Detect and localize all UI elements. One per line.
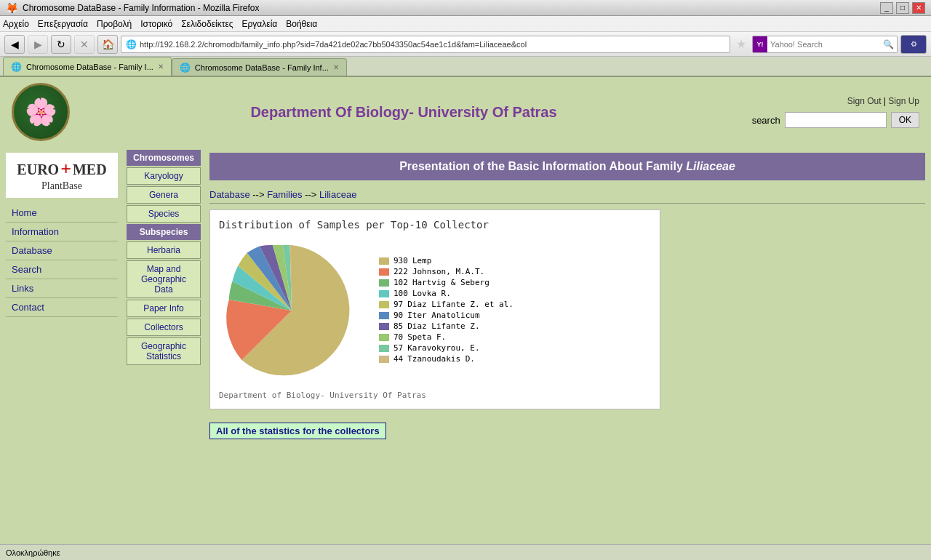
home-button[interactable]: 🏠	[97, 35, 118, 54]
menu-tools[interactable]: Εργαλεία	[242, 19, 278, 29]
search-input[interactable]	[785, 112, 887, 128]
sub-nav-geo-stats[interactable]: Geographic Statistics	[127, 337, 201, 365]
pie-chart	[219, 238, 364, 383]
legend-name-9: Tzanoudakis D.	[407, 354, 475, 364]
legend-item-1: 222 Johnson, M.A.T.	[379, 267, 514, 276]
nav-database[interactable]: Database	[6, 241, 118, 260]
main-nav: Home Information Database Search Links C…	[6, 204, 118, 317]
legend-color-2	[379, 279, 389, 287]
breadcrumb-database[interactable]: Database	[209, 189, 250, 200]
sub-nav-karyology[interactable]: Karyology	[127, 167, 201, 185]
breadcrumb: Database --> Families --> Liliaceae	[209, 186, 925, 204]
sub-nav-collectors[interactable]: Collectors	[127, 319, 201, 336]
euromed-med-text: MED	[73, 161, 107, 178]
address-bar[interactable]: 🌐 http://192.168.2.2/chromodb/family_inf…	[121, 36, 730, 53]
sub-nav-map[interactable]: Map and Geographic Data	[127, 260, 201, 298]
sub-sidebar: Chromosomes Karyology Genera Species Sub…	[124, 147, 204, 445]
page-wrapper: 🌸 Department Of Biology- University Of P…	[0, 77, 931, 513]
legend-item-4: 97 Diaz Lifante Z. et al.	[379, 300, 514, 309]
sign-up-link[interactable]: Sign Up	[888, 96, 919, 106]
breadcrumb-liliaceae[interactable]: Liliaceae	[319, 189, 356, 200]
minimize-button[interactable]: _	[880, 2, 893, 14]
tab-2-close[interactable]: ✕	[333, 63, 339, 71]
left-sidebar: EURO + MED PlantBase Home Information Da…	[0, 147, 124, 445]
tab-1-close[interactable]: ✕	[158, 63, 164, 71]
tab-1-icon: 🌐	[11, 62, 22, 72]
legend-color-4	[379, 301, 389, 308]
euromed-logo: EURO + MED PlantBase	[6, 153, 118, 198]
content-area: Presentation of the Basic Information Ab…	[204, 147, 931, 445]
bookmark-star[interactable]: ★	[736, 37, 746, 51]
sub-nav-herbaria[interactable]: Herbaria	[127, 241, 201, 259]
menu-bookmarks[interactable]: Σελιδοδείκτες	[181, 19, 233, 29]
nav-home[interactable]: Home	[6, 204, 118, 223]
header-area: 🌸 Department Of Biology- University Of P…	[0, 77, 931, 147]
nav-information[interactable]: Information	[6, 223, 118, 241]
main-layout: EURO + MED PlantBase Home Information Da…	[0, 147, 931, 445]
euromed-plus-text: +	[60, 159, 71, 180]
browser-toolbar: ◀ ▶ ↻ ✕ 🏠 🌐 http://192.168.2.2/chromodb/…	[0, 32, 931, 57]
forward-button[interactable]: ▶	[28, 35, 48, 54]
firefox-icon: 🦊	[6, 2, 18, 14]
legend-count-0: 930	[393, 256, 408, 265]
sub-nav-genera[interactable]: Genera	[127, 186, 201, 204]
yahoo-icon: Y!	[753, 36, 767, 52]
search-toolbar[interactable]: Y! 🔍	[752, 36, 898, 53]
legend-item-5: 90 Iter Anatolicum	[379, 311, 514, 320]
legend-count-9: 44	[393, 354, 403, 364]
legend-item-9: 44 Tzanoudakis D.	[379, 354, 514, 364]
tab-2-label: Chromosome DataBase - Family Inf...	[195, 63, 329, 72]
legend-name-3: Lovka R.	[412, 289, 451, 298]
legend-item-8: 57 Karavokyrou, E.	[379, 343, 514, 353]
browser-tabs: 🌐 Chromosome DataBase - Family I... ✕ 🌐 …	[0, 57, 931, 77]
tab-1-label: Chromosome DataBase - Family I...	[26, 63, 153, 71]
sub-nav-species[interactable]: Species	[127, 205, 201, 223]
flower-icon: 🌸	[25, 97, 57, 127]
nav-contact[interactable]: Contact	[6, 298, 118, 317]
menu-edit[interactable]: Επεξεργασία	[38, 19, 88, 29]
legend-name-2: Hartvig & Seberg	[412, 278, 490, 287]
tab-2[interactable]: 🌐 Chromosome DataBase - Family Inf... ✕	[172, 58, 347, 76]
menu-help[interactable]: Βοήθεια	[286, 19, 317, 29]
sub-nav-subspecies-header: Subspecies	[127, 224, 201, 240]
chart-container: Distribution of Samples per Top-10 Colle…	[209, 209, 660, 409]
legend-color-3	[379, 290, 389, 297]
chart-body: 930 Lemp 222 Johnson, M.A.T. 102 Hartvig…	[219, 238, 651, 383]
page-icon: 🌐	[126, 39, 137, 49]
nav-links[interactable]: Links	[6, 279, 118, 298]
legend-name-1: Johnson, M.A.T.	[412, 267, 484, 276]
stop-button[interactable]: ✕	[74, 35, 95, 54]
menu-view[interactable]: Προβολή	[97, 19, 132, 29]
sub-nav-paper-info[interactable]: Paper Info	[127, 300, 201, 317]
page-title-prefix: Presentation of the Basic Information Ab…	[399, 160, 686, 172]
legend-count-6: 85	[393, 321, 403, 331]
legend-count-8: 57	[393, 343, 403, 353]
all-stats-link[interactable]: All of the statistics for the collectors	[209, 423, 386, 439]
header-search: search OK	[738, 112, 919, 128]
legend-count-4: 97	[393, 300, 403, 309]
maximize-button[interactable]: □	[896, 2, 909, 14]
browser-search-icon[interactable]: 🔍	[880, 39, 897, 49]
legend-name-8: Karavokyrou, E.	[407, 343, 479, 353]
menu-history[interactable]: Ιστορικό	[140, 19, 172, 29]
legend-name-4: Diaz Lifante Z. et al.	[407, 300, 514, 309]
pie-chart-svg	[219, 238, 364, 383]
window-controls: _ □ ✕	[880, 2, 925, 14]
browser-search-input[interactable]	[767, 40, 880, 49]
back-button[interactable]: ◀	[4, 35, 25, 54]
reload-button[interactable]: ↻	[51, 35, 71, 54]
family-name: Liliaceae	[686, 160, 735, 172]
legend-count-3: 100	[393, 289, 408, 298]
sign-out-link[interactable]: Sign Out	[847, 96, 882, 106]
nav-search[interactable]: Search	[6, 260, 118, 279]
menu-file[interactable]: Αρχείο	[3, 19, 29, 29]
chart-footer: Department of Biology- University Of Pat…	[219, 391, 651, 400]
legend-name-5: Iter Anatolicum	[407, 311, 479, 320]
close-button[interactable]: ✕	[912, 2, 925, 14]
search-ok-button[interactable]: OK	[891, 112, 919, 128]
tab-1[interactable]: 🌐 Chromosome DataBase - Family I... ✕	[3, 57, 172, 76]
legend-color-6	[379, 323, 389, 330]
browser-addon-button[interactable]: ⚙	[900, 35, 927, 54]
window-title: Chromosome DataBase - Family Information…	[23, 3, 880, 13]
breadcrumb-families[interactable]: Families	[267, 189, 302, 200]
